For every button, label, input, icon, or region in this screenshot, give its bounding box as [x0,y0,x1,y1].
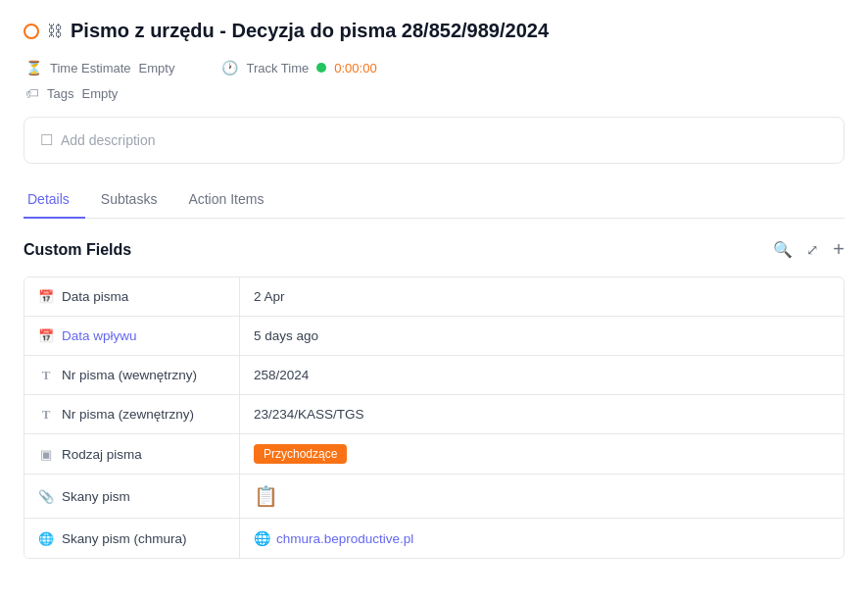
field-label-rodzaj: ▣ Rodzaj pisma [24,434,240,474]
link-icon: ⛓ [47,23,63,40]
table-row: 🌐 Skany pism (chmura) 🌐 chmura.beproduct… [24,519,844,558]
status-icon[interactable] [24,24,39,39]
meta-row-2: 🏷 Tags Empty [24,85,844,101]
description-box[interactable]: ☐ Add description [24,117,844,164]
field-label-data-pisma: 📅 Data pisma [24,277,240,316]
search-button[interactable]: 🔍 [773,240,793,259]
track-time-value[interactable]: 0:00:00 [334,61,376,75]
time-estimate-label: Time Estimate [50,61,131,75]
table-row: T Nr pisma (wewnętrzny) 258/2024 [24,356,844,395]
time-estimate-value[interactable]: Empty [139,61,175,75]
description-icon: ☐ [40,131,53,149]
calendar-icon: 📅 [38,328,54,343]
table-row: 📅 Data pisma 2 Apr [24,277,844,317]
tag-icon: 🏷 [25,85,39,101]
tab-details[interactable]: Details [24,183,85,219]
tab-action-items[interactable]: Action Items [184,183,279,219]
tab-subtasks[interactable]: Subtasks [97,183,173,219]
field-label-chmura: 🌐 Skany pism (chmura) [24,519,240,558]
track-time-label: Track Time [246,61,309,75]
description-placeholder: Add description [61,132,156,148]
text-icon: T [38,407,54,423]
hourglass-icon: ⏳ [25,60,42,75]
track-time-dot [316,63,326,73]
field-label-skany: 📎 Skany pism [24,475,240,518]
attachment-icon: 📎 [38,489,54,504]
tags-label: Tags [47,86,73,101]
link-globe-icon: 🌐 [254,530,270,546]
custom-fields-header: Custom Fields 🔍 ⤢ + [24,238,844,261]
field-value-skany[interactable]: 📋 [240,475,844,518]
field-value-chmura[interactable]: 🌐 chmura.beproductive.pl [240,519,844,558]
meta-row-1: ⏳ Time Estimate Empty 🕐 Track Time 0:00:… [24,60,844,75]
field-label-nr-wewn: T Nr pisma (wewnętrzny) [24,356,240,394]
field-value-nr-wewn[interactable]: 258/2024 [240,356,844,394]
field-value-data-pisma[interactable]: 2 Apr [240,277,844,316]
table-row: 📎 Skany pism 📋 [24,475,844,519]
field-label-data-wplywu: 📅 Data wpływu [24,317,240,355]
fields-table: 📅 Data pisma 2 Apr 📅 Data wpływu 5 days … [24,276,844,559]
add-button[interactable]: + [833,238,844,261]
globe-icon: 🌐 [38,531,54,546]
file-icon: 📋 [254,484,278,508]
text-icon: T [38,368,54,383]
calendar-icon: 📅 [38,289,54,304]
tags-value[interactable]: Empty [81,86,118,101]
field-label-nr-zewn: T Nr pisma (zewnętrzny) [24,395,240,433]
page-title: Pismo z urzędu - Decyzja do pisma 28/852… [71,20,549,42]
rodzaj-badge: Przychodzące [254,444,347,464]
tabs-row: Details Subtasks Action Items [24,183,844,219]
table-row: 📅 Data wpływu 5 days ago [24,317,844,356]
clock-icon: 🕐 [221,60,238,75]
title-row: ⛓ Pismo z urzędu - Decyzja do pisma 28/8… [24,20,844,42]
time-estimate-item: ⏳ Time Estimate Empty [25,60,174,75]
field-value-rodzaj[interactable]: Przychodzące [240,434,844,474]
field-value-nr-zewn[interactable]: 23/234/KASS/TGS [240,395,844,433]
section-actions: 🔍 ⤢ + [773,238,844,261]
custom-fields-title: Custom Fields [24,241,131,259]
field-value-data-wplywu[interactable]: 5 days ago [240,317,844,355]
dropdown-icon: ▣ [38,447,54,462]
expand-button[interactable]: ⤢ [806,241,819,259]
track-time-item: 🕐 Track Time 0:00:00 [221,60,376,75]
table-row: ▣ Rodzaj pisma Przychodzące [24,434,844,475]
tags-item: 🏷 Tags Empty [25,85,118,101]
table-row: T Nr pisma (zewnętrzny) 23/234/KASS/TGS [24,395,844,434]
chmura-link[interactable]: 🌐 chmura.beproductive.pl [254,530,413,546]
